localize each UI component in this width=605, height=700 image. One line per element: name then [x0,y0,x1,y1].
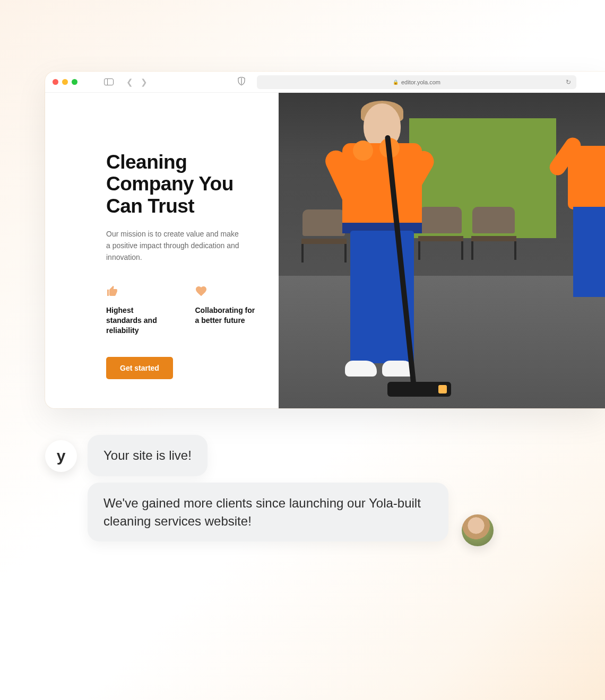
nav-arrows: ❮ ❯ [126,77,148,87]
hero-image [279,93,605,408]
forward-button[interactable]: ❯ [141,77,148,87]
get-started-button[interactable]: Get started [106,357,173,379]
features-row: Highest standards and reliability Collab… [106,284,257,336]
browser-window: ❮ ❯ 🔒 editor.yola.com ↻ Cleaning Company… [45,72,605,408]
minimize-window-button[interactable] [62,79,68,85]
reload-icon[interactable]: ↻ [566,78,571,86]
chair-illustration [470,207,517,260]
feature-label: Collaborating for a better future [195,305,258,326]
thumbs-up-icon [106,284,169,298]
sidebar-toggle-icon[interactable] [104,78,114,85]
close-window-button[interactable] [53,79,58,85]
privacy-shield-icon[interactable] [238,77,245,88]
hero-left-column: Cleaning Company You Can Trust Our missi… [45,93,279,408]
brand-letter: y [57,447,66,465]
page-content: Cleaning Company You Can Trust Our missi… [45,93,605,408]
feature-collaboration: Collaborating for a better future [195,284,258,336]
browser-chrome: ❮ ❯ 🔒 editor.yola.com ↻ [45,72,605,93]
address-bar-url: editor.yola.com [401,79,440,85]
hero-subtitle: Our mission is to create value and make … [106,229,244,263]
feature-standards: Highest standards and reliability [106,284,169,336]
hero-title: Cleaning Company You Can Trust [106,151,257,217]
user-avatar [462,514,494,546]
hero-right-column [279,93,605,408]
background-cleaner-figure [557,125,605,326]
back-button[interactable]: ❮ [126,77,133,87]
heart-icon [195,284,258,298]
chat-text: Your site is live! [103,448,192,462]
brand-avatar: y [45,440,77,472]
cleaner-figure [305,103,454,400]
address-bar[interactable]: 🔒 editor.yola.com ↻ [257,75,576,89]
maximize-window-button[interactable] [72,79,77,85]
chat-bubble-system: Your site is live! [88,435,208,476]
traffic-lights [53,79,77,85]
lock-icon: 🔒 [393,80,399,85]
chat-text: We've gained more clients since launchin… [103,496,421,528]
feature-label: Highest standards and reliability [106,305,169,336]
chat-bubble-user: We've gained more clients since launchin… [88,483,448,541]
